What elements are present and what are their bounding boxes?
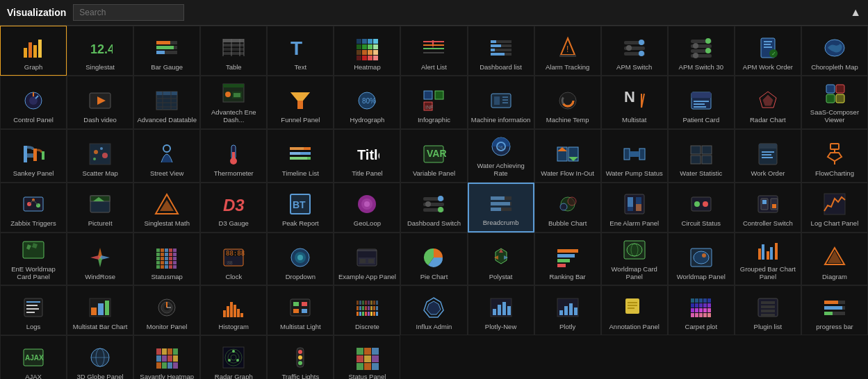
visualization-item-dropdown[interactable]: Dropdown [267, 233, 334, 286]
visualization-item-monitorpanel[interactable]: Monitor Panel [133, 285, 200, 335]
visualization-item-dashvideo[interactable]: Dash video [67, 76, 133, 129]
visualization-item-radarchart[interactable]: Radar Chart [735, 76, 801, 129]
visualization-item-apmworkorder[interactable]: ✓APM Work Order [735, 26, 801, 76]
visualization-item-progressbar[interactable]: progress bar [801, 285, 868, 335]
visualization-item-logs[interactable]: Logs [0, 285, 67, 335]
svg-rect-229 [156, 257, 160, 260]
visualization-item-exampleapp[interactable]: Example App Panel [334, 233, 400, 286]
visualization-item-scattermap[interactable]: Scatter Map [67, 129, 133, 183]
visualization-item-rankingbar[interactable]: Ranking Bar [534, 233, 601, 286]
visualization-item-peakreport[interactable]: BTPeak Report [267, 183, 334, 233]
visualization-item-choropleth[interactable]: Choropleth Map [801, 26, 868, 76]
svg-point-269 [694, 251, 709, 264]
visualization-item-discrete[interactable]: Discrete [334, 285, 400, 335]
visualization-item-waterpump[interactable]: Water Pump Status [601, 129, 668, 183]
visualization-item-saascomposer[interactable]: SaaS-Composer Viewer [801, 76, 868, 129]
windrose-icon [88, 245, 113, 270]
visualization-item-enealarm[interactable]: Ene Alarm Panel [601, 183, 668, 233]
worldmappanel-icon [689, 245, 714, 270]
visualization-item-controlpanel[interactable]: Control Panel [0, 76, 67, 129]
visualization-item-carpetplot[interactable]: Carpet plot [668, 285, 735, 335]
visualization-item-bargauge[interactable]: Bar Gauge [133, 26, 200, 76]
visualization-item-dashswitch[interactable]: Dashboard Switch [400, 183, 467, 233]
visualization-item-workorder[interactable]: Work Order [735, 129, 801, 183]
cell-label-statuspanel: Status Panel [348, 373, 386, 379]
visualization-item-machineinfo[interactable]: Machine information [468, 76, 534, 129]
visualization-item-geoloop[interactable]: GeoLoop [334, 183, 400, 233]
visualization-item-heatmap[interactable]: Heatmap [334, 26, 400, 76]
visualization-item-table[interactable]: Table [200, 26, 267, 76]
visualization-item-plotlynew[interactable]: Plotly-New [468, 285, 534, 335]
visualization-item-text[interactable]: TText [267, 26, 334, 76]
svg-rect-348 [691, 303, 694, 308]
visualization-item-timelinelist[interactable]: Timeline List [267, 129, 334, 183]
visualization-item-enworldmap[interactable]: EnE Worldmap Card Panel [0, 233, 67, 286]
visualization-item-multistat[interactable]: NMultistat [601, 76, 668, 129]
visualization-item-controllerswitch[interactable]: Controller Switch [735, 183, 801, 233]
collapse-button[interactable]: ▲ [850, 6, 861, 19]
visualization-item-pluginlist[interactable]: Plugin list [735, 285, 801, 335]
visualization-item-apmswitch30[interactable]: APM Switch 30 [668, 26, 735, 76]
search-input[interactable] [73, 4, 184, 21]
visualization-item-d3gauge[interactable]: D3D3 Gauge [200, 183, 267, 233]
visualization-item-waterflow[interactable]: Water Flow In-Out [534, 129, 601, 183]
visualization-item-ajax[interactable]: AJAXAJAX [0, 335, 67, 379]
visualization-item-advantech[interactable]: Advantech Ene Dash... [200, 76, 267, 129]
visualization-item-groupedbar[interactable]: Grouped Bar Chart Panel [735, 233, 801, 286]
visualization-item-worldmapcard[interactable]: Worldmap Card Panel [601, 233, 668, 286]
visualization-item-singlestat[interactable]: 12.4Singlestat [67, 26, 133, 76]
visualization-item-alertlist[interactable]: !Alert List [400, 26, 467, 76]
apmworkorder-icon: ✓ [755, 35, 780, 60]
visualization-item-histogram[interactable]: Histogram [200, 285, 267, 335]
visualization-item-circuitstatus[interactable]: Circuit Status [668, 183, 735, 233]
visualization-item-machinetemp[interactable]: Machine Temp [534, 76, 601, 129]
visualization-item-variablepanel[interactable]: VARVariable Panel [400, 129, 467, 183]
visualization-item-windrose[interactable]: WindRose [67, 233, 133, 286]
cell-label-progressbar: progress bar [816, 323, 853, 330]
visualization-item-sankey[interactable]: Sankey Panel [0, 129, 67, 183]
svg-rect-121 [33, 149, 37, 161]
visualization-item-breadcrumb[interactable]: Breadcrumb [468, 183, 534, 233]
visualization-item-waterstatistic[interactable]: Water Statistic [668, 129, 735, 183]
visualization-item-statuspanel[interactable]: Status Panel [334, 335, 400, 379]
visualization-item-singlestatmath[interactable]: Singlestat Math [133, 183, 200, 233]
visualization-item-funnel[interactable]: Funnel Panel [267, 76, 334, 129]
visualization-item-statusmap[interactable]: Statusmap [133, 233, 200, 286]
visualization-item-waterachieving[interactable]: %Water Achieving Rate [468, 129, 534, 183]
visualization-item-apmswitch[interactable]: APM Switch [601, 26, 668, 76]
visualization-item-alarmtracking[interactable]: !Alarm Tracking [534, 26, 601, 76]
visualization-item-piechart[interactable]: Pie Chart [400, 233, 467, 286]
visualization-item-titlepanel[interactable]: TitleTitle Panel [334, 129, 400, 183]
svg-rect-385 [167, 355, 172, 362]
visualization-item-savantlyheatmap[interactable]: Savantly Heatmap [133, 335, 200, 379]
visualization-item-flowcharting[interactable]: FlowCharting [801, 129, 868, 183]
visualization-item-multistatbar[interactable]: Multistat Bar Chart [67, 285, 133, 335]
visualization-item-streetview[interactable]: Street View [133, 129, 200, 183]
visualization-item-dashlist[interactable]: Dashboard list [468, 26, 534, 76]
visualization-item-graph[interactable]: Graph [0, 26, 67, 76]
visualization-item-zabbix[interactable]: Zabbix Triggers [0, 183, 67, 233]
visualization-item-thermometer[interactable]: Thermometer [200, 129, 267, 183]
svg-rect-371 [824, 306, 842, 310]
visualization-item-diagram[interactable]: Diagram [801, 233, 868, 286]
visualization-item-plotly[interactable]: Plotly [534, 285, 601, 335]
visualization-item-polystat[interactable]: Polystat [468, 233, 534, 286]
visualization-item-influxadmin[interactable]: Influx Admin [400, 285, 467, 335]
visualization-item-patientcard[interactable]: Patient Card [668, 76, 735, 129]
visualization-item-advanceddatatable[interactable]: Advanced Datatable [133, 76, 200, 129]
visualization-item-radargraph[interactable]: Radar Graph [200, 335, 267, 379]
visualization-item-infographic[interactable]: INFInfographic [400, 76, 467, 129]
svg-rect-34 [368, 56, 372, 60]
visualization-item-logchart[interactable]: Log Chart Panel [801, 183, 868, 233]
svg-rect-239 [156, 265, 160, 269]
svg-rect-47 [491, 49, 495, 51]
visualization-item-pictureit[interactable]: PictureIt [67, 183, 133, 233]
visualization-item-bubblechart[interactable]: Bubble Chart [534, 183, 601, 233]
visualization-item-hydrograph[interactable]: 80%Hydrograph [334, 76, 400, 129]
visualization-item-worldmappanel[interactable]: Worldmap Panel [668, 233, 735, 286]
visualization-item-trafficlights[interactable]: Traffic Lights [267, 335, 334, 379]
visualization-item-3dglobe[interactable]: 3D Globe Panel [67, 335, 133, 379]
visualization-item-clock[interactable]: 88:88:88Clock [200, 233, 267, 286]
visualization-item-annotation[interactable]: Annotation Panel [601, 285, 668, 335]
visualization-item-multistatlight[interactable]: Multistat Light [267, 285, 334, 335]
